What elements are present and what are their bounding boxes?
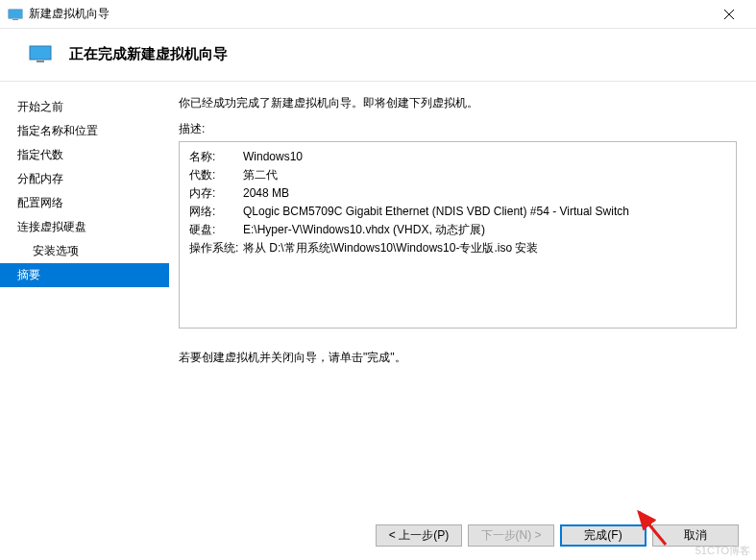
desc-value: 2048 MB — [243, 184, 726, 203]
svg-rect-6 — [37, 61, 44, 62]
sidebar-item-2[interactable]: 指定代数 — [0, 143, 169, 167]
desc-value: E:\Hyper-V\Windows10.vhdx (VHDX, 动态扩展) — [243, 221, 726, 239]
sidebar-item-7[interactable]: 摘要 — [0, 263, 169, 287]
sidebar-item-3[interactable]: 分配内存 — [0, 167, 169, 191]
wizard-icon — [29, 44, 52, 63]
next-button: 下一步(N) > — [468, 524, 554, 547]
desc-key: 名称: — [189, 148, 243, 166]
desc-value: Windows10 — [243, 148, 726, 166]
svg-rect-0 — [9, 10, 22, 18]
sidebar-item-1[interactable]: 指定名称和位置 — [0, 119, 169, 143]
desc-row: 硬盘:E:\Hyper-V\Windows10.vhdx (VHDX, 动态扩展… — [189, 221, 726, 239]
wizard-heading: 正在完成新建虚拟机向导 — [69, 45, 228, 63]
desc-key: 代数: — [189, 166, 243, 184]
description-label: 描述: — [179, 121, 737, 137]
sidebar-item-5[interactable]: 连接虚拟硬盘 — [0, 215, 169, 239]
sidebar-item-6[interactable]: 安装选项 — [0, 239, 169, 263]
window-title: 新建虚拟机向导 — [29, 6, 710, 22]
desc-row: 操作系统:将从 D:\常用系统\Windows10\Windows10-专业版.… — [189, 239, 726, 257]
sidebar-item-0[interactable]: 开始之前 — [0, 95, 169, 119]
finish-button[interactable]: 完成(F) — [560, 524, 646, 547]
wizard-body: 开始之前指定名称和位置指定代数分配内存配置网络连接虚拟硬盘安装选项摘要 你已经成… — [0, 82, 756, 523]
desc-key: 硬盘: — [189, 221, 243, 239]
wizard-main: 你已经成功完成了新建虚拟机向导。即将创建下列虚拟机。 描述: 名称:Window… — [169, 82, 756, 523]
desc-row: 网络:QLogic BCM5709C Gigabit Ethernet (NDI… — [189, 203, 726, 221]
sidebar-item-4[interactable]: 配置网络 — [0, 191, 169, 215]
app-icon — [8, 7, 23, 22]
desc-row: 内存:2048 MB — [189, 184, 726, 203]
desc-value: 第二代 — [243, 166, 726, 184]
cancel-button[interactable]: 取消 — [652, 524, 739, 547]
desc-value: 将从 D:\常用系统\Windows10\Windows10-专业版.iso 安… — [243, 239, 726, 257]
previous-button[interactable]: < 上一步(P) — [376, 524, 462, 547]
summary-intro: 你已经成功完成了新建虚拟机向导。即将创建下列虚拟机。 — [179, 95, 737, 111]
button-bar: < 上一步(P) 下一步(N) > 完成(F) 取消 — [376, 524, 739, 547]
titlebar: 新建虚拟机向导 — [0, 0, 756, 29]
description-box: 名称:Windows10代数:第二代内存:2048 MB网络:QLogic BC… — [179, 141, 737, 329]
desc-value: QLogic BCM5709C Gigabit Ethernet (NDIS V… — [243, 203, 726, 221]
desc-key: 操作系统: — [189, 239, 243, 257]
desc-row: 名称:Windows10 — [189, 148, 726, 166]
wizard-header: 正在完成新建虚拟机向导 — [0, 29, 756, 82]
svg-rect-5 — [30, 46, 51, 60]
desc-row: 代数:第二代 — [189, 166, 726, 184]
finish-hint: 若要创建虚拟机并关闭向导，请单击"完成"。 — [179, 350, 737, 366]
close-button[interactable] — [710, 1, 748, 28]
svg-rect-2 — [12, 19, 18, 20]
desc-key: 网络: — [189, 203, 243, 221]
wizard-sidebar: 开始之前指定名称和位置指定代数分配内存配置网络连接虚拟硬盘安装选项摘要 — [0, 82, 169, 523]
desc-key: 内存: — [189, 184, 243, 203]
